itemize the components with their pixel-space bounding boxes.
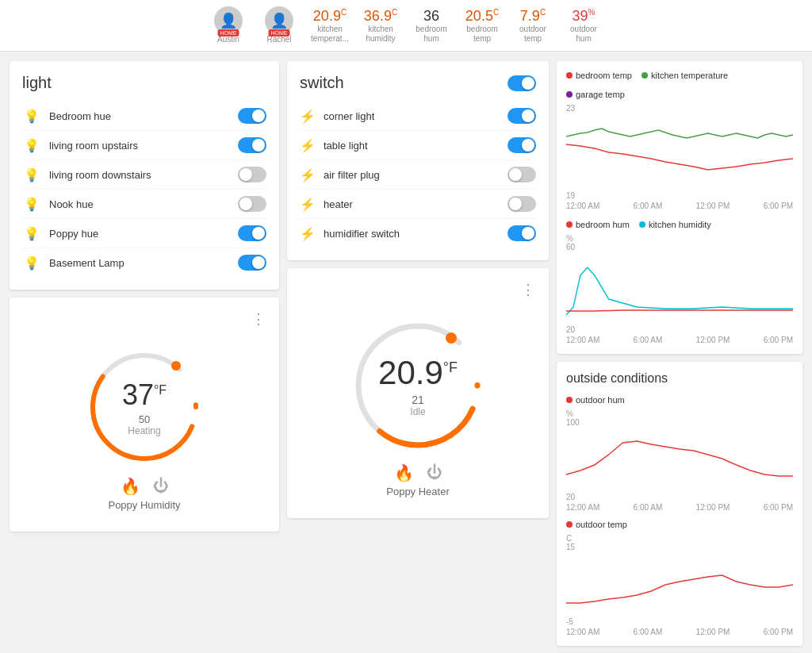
legend-kitchen-hum: kitchen humidity <box>639 220 711 229</box>
outside-chart-card: outside conditions outdoor hum % 100 20 … <box>557 362 802 646</box>
kitchen-hum-label: kitchenhumidity <box>366 25 395 44</box>
temp-chart-xlabels: 12:00 AM 6:00 AM 12:00 PM 6:00 PM <box>566 202 793 210</box>
bolt-icon-heater: ⚡ <box>300 197 316 212</box>
legend-kitchen-temp: kitchen temperature <box>642 71 728 80</box>
outhum-chart-svg <box>566 427 793 490</box>
bedroom-hum-label: bedroomhum <box>416 25 446 44</box>
legend-dot-outhum <box>566 397 573 403</box>
heater-name-label: Poppy Heater <box>386 486 450 497</box>
rachel-avatar: 👤 HOME <box>265 6 293 35</box>
light-name-basement: Basement Lamp <box>49 257 238 269</box>
switch-name-corner: corner light <box>324 110 508 122</box>
heater-flame-icon[interactable]: 🔥 <box>394 463 414 482</box>
legend-label-kitchen: kitchen temperature <box>651 71 728 80</box>
light-toggle-living-down[interactable] <box>238 167 266 182</box>
light-toggle-poppy[interactable] <box>238 225 266 241</box>
bulb-icon-living-down: 💡 <box>22 165 41 184</box>
temp-x-label-2: 6:00 AM <box>634 202 663 210</box>
outtemp-chart-svg <box>566 551 793 615</box>
svg-point-2 <box>171 361 181 371</box>
bulb-icon-poppy: 💡 <box>22 224 41 243</box>
top-kitchen-hum[interactable]: 36.9C kitchenhumidity <box>357 8 404 44</box>
light-name-living-up: living room upstairs <box>49 140 238 152</box>
poppy-gauge: 37°F 50 Heating 🔥 ⏻ Poppy Humidity <box>22 328 266 519</box>
outtemp-ylabel: C <box>566 534 793 543</box>
switch-toggle-table[interactable] <box>508 137 536 153</box>
more-options-icon[interactable]: ⋮ <box>251 310 266 328</box>
light-toggle-living-up[interactable] <box>238 137 266 153</box>
top-bedroom-hum[interactable]: 36 bedroomhum <box>408 8 455 44</box>
outtemp-ymin: -5 <box>566 617 793 626</box>
light-toggle-nook[interactable] <box>238 196 266 212</box>
switch-name-air: air filter plug <box>324 169 508 181</box>
kitchen-temp-label: kitchentemperat... <box>311 25 349 44</box>
legend-outdoor-hum: outdoor hum <box>566 395 625 405</box>
light-item-nook: 💡 Nook hue <box>22 190 266 219</box>
hum-chart-xlabels: 12:00 AM 6:00 AM 12:00 PM 6:00 PM <box>566 336 793 344</box>
legend-dot-outtemp <box>566 521 573 528</box>
light-name-poppy: Poppy hue <box>49 228 238 240</box>
outdoor-hum-label: outdoorhum <box>570 25 597 44</box>
top-kitchen-temp[interactable]: 20.9C kitchentemperat... <box>306 8 354 44</box>
legend-label-outtemp: outdoor temp <box>576 520 627 529</box>
switch-name-table: table light <box>324 140 508 152</box>
bulb-icon-bedroom: 💡 <box>22 106 41 125</box>
switch-toggle-air[interactable] <box>508 167 536 182</box>
top-bedroom-temp[interactable]: 20.5C bedroomtemp <box>458 8 506 44</box>
thermostat-heater-card: ⋮ 20.9°F 21 Idle 🔥 <box>287 268 549 518</box>
power-icon[interactable]: ⏻ <box>153 477 169 496</box>
outhum-ymin: 20 <box>566 493 793 501</box>
switch-table-light: ⚡ table light <box>300 131 536 160</box>
temp-x-label-3: 12:00 PM <box>696 202 730 210</box>
heater-setpoint: 21 <box>378 394 458 406</box>
legend-dot-bedroom <box>566 72 573 79</box>
temp-x-label-1: 12:00 AM <box>566 202 599 210</box>
kitchen-hum-value: 36.9C <box>364 8 397 25</box>
top-user-rachel[interactable]: 👤 HOME Rachel <box>255 6 303 44</box>
switch-toggle-heater[interactable] <box>508 196 536 212</box>
temp-chart-ymin: 19 <box>566 191 793 200</box>
light-toggle-basement[interactable] <box>238 255 266 271</box>
switch-name-heater: heater <box>324 198 508 210</box>
legend-label-bdhum: bedroom hum <box>576 220 630 229</box>
bulb-icon-living-up: 💡 <box>22 136 41 155</box>
heater-gauge: 20.9°F 21 Idle 🔥 ⏻ Poppy Heater <box>300 298 536 505</box>
legend-dot-garage <box>566 91 573 98</box>
flame-icon[interactable]: 🔥 <box>121 477 140 496</box>
outside-title: outside conditions <box>566 371 793 386</box>
kitchen-temp-value: 20.9C <box>313 8 347 25</box>
outtemp-xlabels: 12:00 AM 6:00 AM 12:00 PM 6:00 PM <box>566 628 793 636</box>
poppy-controls: 🔥 ⏻ <box>121 477 169 496</box>
switch-humidifier: ⚡ humidifier switch <box>300 219 536 248</box>
temp-chart-ylabel: 23 <box>566 104 793 113</box>
heater-temp-value: 20.9°F <box>378 354 458 392</box>
poppy-mode: Heating <box>122 425 167 436</box>
legend-bedroom-hum: bedroom hum <box>566 220 630 229</box>
bedroom-hum-value: 36 <box>423 8 439 25</box>
top-outdoor-hum[interactable]: 39% outdoorhum <box>560 8 607 44</box>
austin-avatar: 👤 HOME <box>214 6 243 35</box>
more-options-heater-icon[interactable]: ⋮ <box>521 281 536 298</box>
bulb-icon-nook: 💡 <box>22 194 41 213</box>
light-title: light <box>22 74 266 92</box>
middle-column: switch ⚡ corner light ⚡ table light <box>287 61 549 653</box>
hum-x-label-4: 6:00 PM <box>764 336 793 344</box>
top-bar: 👤 HOME Austin 👤 HOME Rachel 20.9C kitche… <box>0 0 812 52</box>
light-item-living-up: 💡 living room upstairs <box>22 131 266 160</box>
legend-label-kithum: kitchen humidity <box>649 220 711 229</box>
legend-label-bedroom: bedroom temp <box>576 71 632 80</box>
switch-master-toggle[interactable] <box>508 75 536 91</box>
outdoor-hum-legend: outdoor hum <box>566 395 793 405</box>
hum-chart-svg <box>566 252 793 323</box>
hum-chart-legend: bedroom hum kitchen humidity <box>566 220 793 229</box>
switch-toggle-humidifier[interactable] <box>508 225 536 241</box>
switch-corner-light: ⚡ corner light <box>300 102 536 131</box>
light-toggle-bedroom[interactable] <box>238 108 266 124</box>
legend-dot-kitchen <box>642 72 648 79</box>
top-user-austin[interactable]: 👤 HOME Austin <box>205 6 252 44</box>
heater-power-icon[interactable]: ⏻ <box>427 463 442 482</box>
switch-toggle-corner[interactable] <box>508 108 536 124</box>
top-outdoor-temp[interactable]: 7.9C outdoortemp <box>509 8 557 44</box>
temp-chart-svg <box>566 113 793 192</box>
hum-ymax: 60 <box>566 243 793 252</box>
